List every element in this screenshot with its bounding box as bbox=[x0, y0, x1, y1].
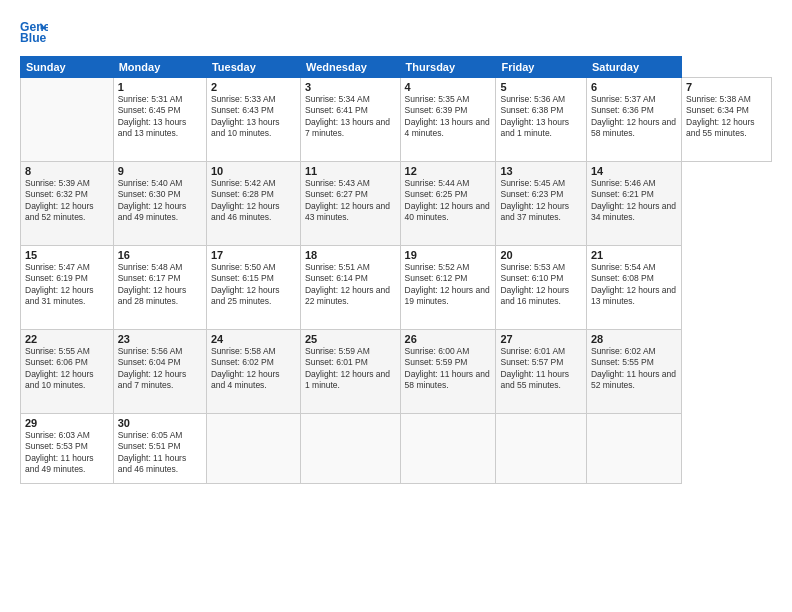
calendar-table: SundayMondayTuesdayWednesdayThursdayFrid… bbox=[20, 56, 772, 484]
day-number: 10 bbox=[211, 165, 296, 177]
day-number: 30 bbox=[118, 417, 202, 429]
calendar-week-row: 22 Sunrise: 5:55 AMSunset: 6:06 PMDaylig… bbox=[21, 330, 772, 414]
day-number: 13 bbox=[500, 165, 582, 177]
day-info: Sunrise: 5:56 AMSunset: 6:04 PMDaylight:… bbox=[118, 346, 202, 392]
weekday-header: Tuesday bbox=[206, 57, 300, 78]
calendar-cell: 2 Sunrise: 5:33 AMSunset: 6:43 PMDayligh… bbox=[206, 78, 300, 162]
day-info: Sunrise: 6:05 AMSunset: 5:51 PMDaylight:… bbox=[118, 430, 202, 476]
day-info: Sunrise: 6:03 AMSunset: 5:53 PMDaylight:… bbox=[25, 430, 109, 476]
calendar-cell bbox=[206, 414, 300, 484]
calendar-cell: 11 Sunrise: 5:43 AMSunset: 6:27 PMDaylig… bbox=[300, 162, 400, 246]
day-number: 21 bbox=[591, 249, 677, 261]
calendar-week-row: 15 Sunrise: 5:47 AMSunset: 6:19 PMDaylig… bbox=[21, 246, 772, 330]
day-info: Sunrise: 5:35 AMSunset: 6:39 PMDaylight:… bbox=[405, 94, 492, 140]
calendar-cell: 16 Sunrise: 5:48 AMSunset: 6:17 PMDaylig… bbox=[113, 246, 206, 330]
day-number: 16 bbox=[118, 249, 202, 261]
calendar-cell: 13 Sunrise: 5:45 AMSunset: 6:23 PMDaylig… bbox=[496, 162, 587, 246]
calendar-cell: 28 Sunrise: 6:02 AMSunset: 5:55 PMDaylig… bbox=[586, 330, 681, 414]
calendar-cell: 9 Sunrise: 5:40 AMSunset: 6:30 PMDayligh… bbox=[113, 162, 206, 246]
day-number: 18 bbox=[305, 249, 396, 261]
calendar-cell: 15 Sunrise: 5:47 AMSunset: 6:19 PMDaylig… bbox=[21, 246, 114, 330]
calendar-cell: 5 Sunrise: 5:36 AMSunset: 6:38 PMDayligh… bbox=[496, 78, 587, 162]
day-info: Sunrise: 5:42 AMSunset: 6:28 PMDaylight:… bbox=[211, 178, 296, 224]
day-number: 11 bbox=[305, 165, 396, 177]
day-info: Sunrise: 5:47 AMSunset: 6:19 PMDaylight:… bbox=[25, 262, 109, 308]
day-info: Sunrise: 5:34 AMSunset: 6:41 PMDaylight:… bbox=[305, 94, 396, 140]
calendar-cell: 10 Sunrise: 5:42 AMSunset: 6:28 PMDaylig… bbox=[206, 162, 300, 246]
day-info: Sunrise: 5:37 AMSunset: 6:36 PMDaylight:… bbox=[591, 94, 677, 140]
calendar-cell: 19 Sunrise: 5:52 AMSunset: 6:12 PMDaylig… bbox=[400, 246, 496, 330]
day-number: 17 bbox=[211, 249, 296, 261]
day-info: Sunrise: 6:00 AMSunset: 5:59 PMDaylight:… bbox=[405, 346, 492, 392]
day-info: Sunrise: 5:43 AMSunset: 6:27 PMDaylight:… bbox=[305, 178, 396, 224]
header: General Blue bbox=[20, 18, 772, 46]
day-info: Sunrise: 5:53 AMSunset: 6:10 PMDaylight:… bbox=[500, 262, 582, 308]
day-info: Sunrise: 5:33 AMSunset: 6:43 PMDaylight:… bbox=[211, 94, 296, 140]
calendar-cell: 26 Sunrise: 6:00 AMSunset: 5:59 PMDaylig… bbox=[400, 330, 496, 414]
day-number: 9 bbox=[118, 165, 202, 177]
day-number: 25 bbox=[305, 333, 396, 345]
calendar-cell: 30 Sunrise: 6:05 AMSunset: 5:51 PMDaylig… bbox=[113, 414, 206, 484]
svg-text:Blue: Blue bbox=[20, 31, 47, 45]
day-number: 20 bbox=[500, 249, 582, 261]
day-number: 23 bbox=[118, 333, 202, 345]
calendar-cell: 4 Sunrise: 5:35 AMSunset: 6:39 PMDayligh… bbox=[400, 78, 496, 162]
calendar-cell: 27 Sunrise: 6:01 AMSunset: 5:57 PMDaylig… bbox=[496, 330, 587, 414]
logo-icon: General Blue bbox=[20, 18, 48, 46]
day-number: 27 bbox=[500, 333, 582, 345]
calendar-cell: 7 Sunrise: 5:38 AMSunset: 6:34 PMDayligh… bbox=[682, 78, 772, 162]
day-number: 6 bbox=[591, 81, 677, 93]
day-number: 24 bbox=[211, 333, 296, 345]
calendar-cell: 22 Sunrise: 5:55 AMSunset: 6:06 PMDaylig… bbox=[21, 330, 114, 414]
calendar-cell: 17 Sunrise: 5:50 AMSunset: 6:15 PMDaylig… bbox=[206, 246, 300, 330]
day-number: 19 bbox=[405, 249, 492, 261]
empty-cell bbox=[21, 78, 114, 162]
calendar-cell bbox=[300, 414, 400, 484]
day-info: Sunrise: 5:45 AMSunset: 6:23 PMDaylight:… bbox=[500, 178, 582, 224]
calendar-week-row: 1 Sunrise: 5:31 AMSunset: 6:45 PMDayligh… bbox=[21, 78, 772, 162]
day-info: Sunrise: 5:52 AMSunset: 6:12 PMDaylight:… bbox=[405, 262, 492, 308]
weekday-header: Monday bbox=[113, 57, 206, 78]
calendar-week-row: 29 Sunrise: 6:03 AMSunset: 5:53 PMDaylig… bbox=[21, 414, 772, 484]
calendar-week-row: 8 Sunrise: 5:39 AMSunset: 6:32 PMDayligh… bbox=[21, 162, 772, 246]
day-number: 7 bbox=[686, 81, 767, 93]
calendar-header-row: SundayMondayTuesdayWednesdayThursdayFrid… bbox=[21, 57, 772, 78]
weekday-header: Friday bbox=[496, 57, 587, 78]
day-info: Sunrise: 5:50 AMSunset: 6:15 PMDaylight:… bbox=[211, 262, 296, 308]
logo: General Blue bbox=[20, 18, 52, 46]
day-number: 26 bbox=[405, 333, 492, 345]
day-number: 4 bbox=[405, 81, 492, 93]
page: General Blue SundayMondayTuesdayWednesda… bbox=[0, 0, 792, 612]
day-number: 8 bbox=[25, 165, 109, 177]
calendar-cell: 21 Sunrise: 5:54 AMSunset: 6:08 PMDaylig… bbox=[586, 246, 681, 330]
calendar-cell bbox=[496, 414, 587, 484]
calendar-cell: 25 Sunrise: 5:59 AMSunset: 6:01 PMDaylig… bbox=[300, 330, 400, 414]
calendar-cell: 8 Sunrise: 5:39 AMSunset: 6:32 PMDayligh… bbox=[21, 162, 114, 246]
day-info: Sunrise: 5:59 AMSunset: 6:01 PMDaylight:… bbox=[305, 346, 396, 392]
calendar-cell: 1 Sunrise: 5:31 AMSunset: 6:45 PMDayligh… bbox=[113, 78, 206, 162]
day-info: Sunrise: 5:44 AMSunset: 6:25 PMDaylight:… bbox=[405, 178, 492, 224]
calendar-cell: 24 Sunrise: 5:58 AMSunset: 6:02 PMDaylig… bbox=[206, 330, 300, 414]
weekday-header: Wednesday bbox=[300, 57, 400, 78]
day-info: Sunrise: 5:48 AMSunset: 6:17 PMDaylight:… bbox=[118, 262, 202, 308]
day-number: 22 bbox=[25, 333, 109, 345]
weekday-header: Thursday bbox=[400, 57, 496, 78]
day-info: Sunrise: 5:55 AMSunset: 6:06 PMDaylight:… bbox=[25, 346, 109, 392]
calendar-cell: 6 Sunrise: 5:37 AMSunset: 6:36 PMDayligh… bbox=[586, 78, 681, 162]
day-info: Sunrise: 5:36 AMSunset: 6:38 PMDaylight:… bbox=[500, 94, 582, 140]
day-info: Sunrise: 6:02 AMSunset: 5:55 PMDaylight:… bbox=[591, 346, 677, 392]
day-info: Sunrise: 5:31 AMSunset: 6:45 PMDaylight:… bbox=[118, 94, 202, 140]
calendar-cell: 29 Sunrise: 6:03 AMSunset: 5:53 PMDaylig… bbox=[21, 414, 114, 484]
day-info: Sunrise: 5:39 AMSunset: 6:32 PMDaylight:… bbox=[25, 178, 109, 224]
day-info: Sunrise: 5:40 AMSunset: 6:30 PMDaylight:… bbox=[118, 178, 202, 224]
day-info: Sunrise: 5:38 AMSunset: 6:34 PMDaylight:… bbox=[686, 94, 767, 140]
weekday-header: Sunday bbox=[21, 57, 114, 78]
day-info: Sunrise: 5:54 AMSunset: 6:08 PMDaylight:… bbox=[591, 262, 677, 308]
calendar-cell bbox=[400, 414, 496, 484]
day-number: 14 bbox=[591, 165, 677, 177]
day-number: 28 bbox=[591, 333, 677, 345]
calendar-cell: 20 Sunrise: 5:53 AMSunset: 6:10 PMDaylig… bbox=[496, 246, 587, 330]
day-number: 3 bbox=[305, 81, 396, 93]
calendar-cell: 14 Sunrise: 5:46 AMSunset: 6:21 PMDaylig… bbox=[586, 162, 681, 246]
calendar-cell: 3 Sunrise: 5:34 AMSunset: 6:41 PMDayligh… bbox=[300, 78, 400, 162]
